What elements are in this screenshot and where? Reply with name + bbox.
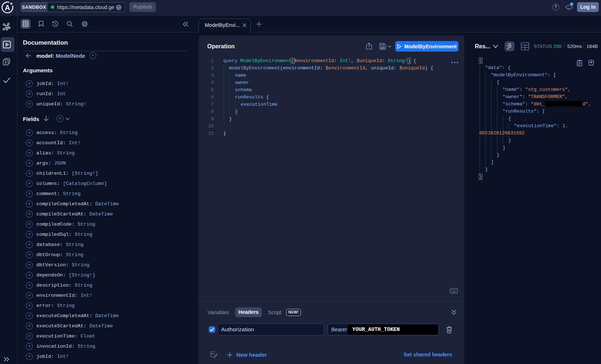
svg-text:A: A (5, 4, 10, 12)
